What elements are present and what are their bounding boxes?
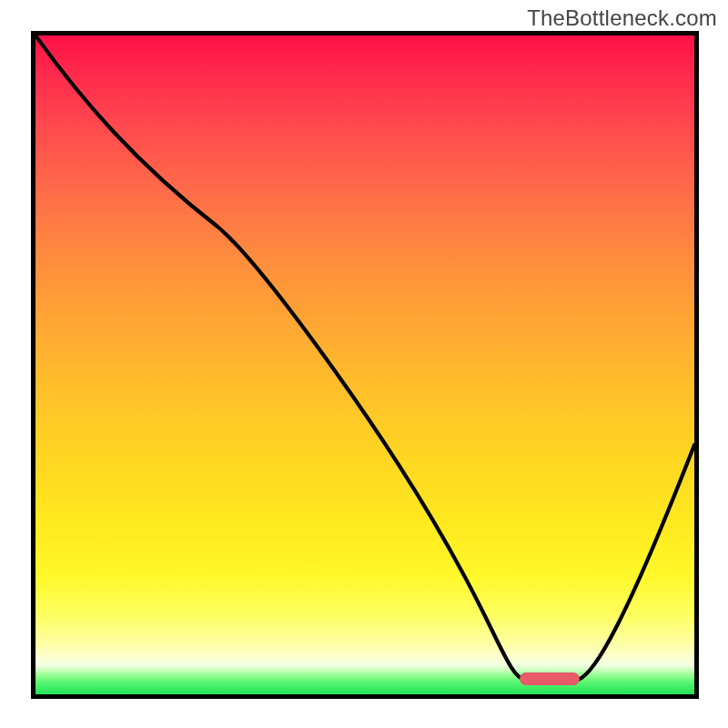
watermark-label: TheBottleneck.com <box>527 5 717 31</box>
chart-stage: TheBottleneck.com <box>0 0 728 728</box>
optimal-range-marker <box>520 672 580 685</box>
bottleneck-curve <box>35 35 694 680</box>
curve-layer <box>35 35 694 694</box>
plot-area <box>31 31 699 699</box>
